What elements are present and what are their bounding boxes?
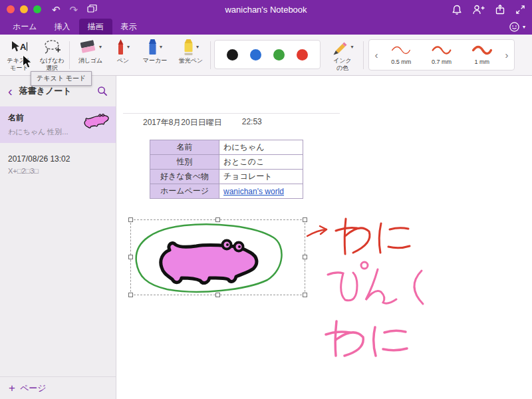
stroke-width-label: 0.5 mm bbox=[381, 59, 422, 65]
svg-text:A: A bbox=[20, 42, 27, 52]
ink-color-green[interactable] bbox=[273, 49, 285, 61]
tab-view[interactable]: 表示 bbox=[112, 19, 146, 35]
marker-label: マーカー bbox=[137, 57, 173, 65]
table-row: 好きな食べ物 チョコレート bbox=[150, 170, 303, 184]
draw-ribbon: A テキスト モード なげなわ 選択 ▾ 消しゴム ▾ ペン bbox=[0, 35, 532, 76]
lasso-icon bbox=[36, 37, 68, 57]
tab-draw[interactable]: 描画 bbox=[79, 19, 112, 35]
table-value-cell[interactable]: わにちゃん bbox=[219, 140, 303, 155]
window-switcher-icon[interactable] bbox=[87, 5, 97, 15]
table-value-cell[interactable]: チョコレート bbox=[219, 170, 303, 184]
tab-home[interactable]: ホーム bbox=[4, 19, 46, 35]
minimize-window-button[interactable] bbox=[20, 5, 28, 13]
table-value-cell[interactable]: おとこのこ bbox=[219, 155, 303, 170]
undo-icon[interactable]: ↶ bbox=[52, 5, 61, 15]
page-date: 2017年8月20日日曜日 bbox=[143, 117, 222, 128]
selection-handle-ne[interactable] bbox=[303, 217, 307, 222]
ink-color-black[interactable] bbox=[227, 49, 238, 61]
selection-handle-se[interactable] bbox=[303, 293, 307, 297]
chevron-down-icon[interactable]: ▾ bbox=[99, 44, 102, 50]
page-list-sidebar: ‹ 落書きノート 名前 わにちゃん 性別... 2017/08/26 13:02… bbox=[0, 76, 116, 399]
homepage-link[interactable]: wanichan's world bbox=[223, 187, 284, 196]
back-chevron-icon[interactable]: ‹ bbox=[8, 84, 13, 98]
ribbon-separator bbox=[210, 41, 211, 69]
selection-handle-w[interactable] bbox=[128, 255, 133, 259]
ink-color-label-2: の色 bbox=[326, 65, 359, 72]
selection-handle-nw[interactable] bbox=[128, 217, 133, 222]
notifications-bell-icon[interactable] bbox=[452, 4, 462, 15]
page-title: 2017/08/26 13:02 bbox=[8, 154, 108, 164]
highlighter-button[interactable]: ▾ 蛍光ペン bbox=[173, 37, 209, 65]
stroke-width-label: 0.7 mm bbox=[422, 59, 462, 65]
handwriting-wani-pink[interactable] bbox=[326, 321, 407, 356]
pen-button[interactable]: ▾ ペン bbox=[109, 37, 137, 65]
handwriting-pinku-pink[interactable] bbox=[328, 262, 423, 304]
ribbon-separator bbox=[69, 41, 70, 69]
chevron-left-icon[interactable]: ‹ bbox=[372, 49, 381, 61]
selection-handle-s[interactable] bbox=[215, 293, 220, 297]
table-row: 性別 おとこのこ bbox=[150, 155, 303, 170]
stroke-wave-thin-icon bbox=[389, 45, 413, 55]
stroke-width-picker: ‹ 0.5 mm 0.7 mm 1 mm › bbox=[368, 39, 515, 70]
page-list-item[interactable]: 2017/08/26 13:02 X+□2□3□ bbox=[0, 148, 116, 181]
chevron-right-icon[interactable]: › bbox=[502, 49, 511, 61]
profile-table[interactable]: 名前 わにちゃん 性別 おとこのこ 好きな食べ物 チョコレート ホームページ w… bbox=[150, 140, 303, 199]
chevron-down-icon[interactable]: ▾ bbox=[196, 44, 199, 50]
add-page-button[interactable]: + ページ bbox=[0, 376, 116, 399]
page-list-item-selected[interactable]: 名前 わにちゃん 性別... bbox=[0, 106, 116, 143]
ink-selection-box[interactable] bbox=[130, 219, 305, 295]
fullscreen-expand-icon[interactable] bbox=[515, 5, 525, 15]
redo-icon[interactable]: ↷ bbox=[70, 5, 78, 15]
add-page-label: ページ bbox=[20, 382, 47, 394]
table-header-cell: 性別 bbox=[150, 155, 219, 170]
note-canvas[interactable]: 2017年8月20日日曜日 22:53 名前 わにちゃん 性別 おとこのこ 好き… bbox=[116, 76, 532, 399]
chevron-down-icon[interactable]: ▾ bbox=[160, 44, 162, 50]
selection-handle-sw[interactable] bbox=[128, 293, 133, 297]
plus-icon: + bbox=[9, 382, 15, 394]
stroke-width-option-1[interactable]: 1 mm bbox=[462, 45, 502, 65]
ink-pencil-icon bbox=[331, 39, 348, 55]
section-title: 落書きノート bbox=[19, 85, 90, 97]
window-controls bbox=[7, 5, 41, 13]
selection-handle-e[interactable] bbox=[303, 255, 307, 259]
ink-color-label-1: インク bbox=[326, 57, 359, 65]
ink-color-red[interactable] bbox=[297, 49, 308, 61]
page-datetime: 2017年8月20日日曜日 22:53 bbox=[143, 117, 262, 128]
table-header-cell: ホームページ bbox=[150, 184, 219, 199]
mouse-cursor-icon bbox=[22, 55, 33, 69]
chevron-down-icon[interactable]: ▾ bbox=[127, 44, 130, 50]
tooltip: テキスト モード bbox=[31, 71, 92, 86]
titlebar-actions bbox=[452, 4, 525, 15]
tab-insert[interactable]: 挿入 bbox=[46, 19, 79, 35]
lasso-select-button[interactable]: なげなわ 選択 bbox=[36, 37, 68, 72]
stroke-width-option-07[interactable]: 0.7 mm bbox=[422, 45, 462, 65]
chevron-down-icon[interactable]: ▾ bbox=[350, 44, 353, 50]
highlighter-label: 蛍光ペン bbox=[173, 57, 209, 65]
close-window-button[interactable] bbox=[7, 5, 15, 13]
page-preview-text: X+□2□3□ bbox=[8, 167, 84, 175]
notebook-title: wanichan's Notebook bbox=[225, 5, 307, 15]
share-sheet-icon[interactable] bbox=[495, 4, 505, 15]
eraser-label: 消しゴム bbox=[73, 57, 108, 65]
selection-handle-n[interactable] bbox=[215, 217, 220, 222]
lasso-label-1: なげなわ bbox=[36, 57, 68, 65]
table-header-cell: 名前 bbox=[150, 140, 219, 155]
handwriting-wani-red[interactable] bbox=[336, 219, 410, 254]
eraser-icon bbox=[79, 39, 97, 55]
marker-icon bbox=[148, 39, 158, 56]
feedback-smiley[interactable]: ▾ bbox=[509, 19, 525, 35]
zoom-window-button[interactable] bbox=[33, 5, 41, 13]
search-icon[interactable] bbox=[97, 86, 108, 96]
eraser-button[interactable]: ▾ 消しゴム bbox=[73, 37, 108, 65]
ink-color-blue[interactable] bbox=[250, 49, 261, 61]
share-notebook-people-icon[interactable] bbox=[472, 4, 485, 15]
stroke-width-option-05[interactable]: 0.5 mm bbox=[381, 45, 422, 65]
page-time: 22:53 bbox=[242, 117, 262, 128]
red-arrow-drawing[interactable] bbox=[307, 226, 327, 236]
marker-button[interactable]: ▾ マーカー bbox=[137, 37, 173, 65]
highlighter-icon bbox=[183, 39, 194, 56]
table-header-cell: 好きな食べ物 bbox=[150, 170, 219, 184]
onenote-window: ↶ ↷ wanichan's Notebook ホーム 挿入 描画 表示 ▾ A… bbox=[0, 0, 532, 399]
ink-color-button[interactable]: ▾ インク の色 bbox=[326, 37, 359, 72]
stroke-wave-thick-icon bbox=[470, 45, 494, 55]
